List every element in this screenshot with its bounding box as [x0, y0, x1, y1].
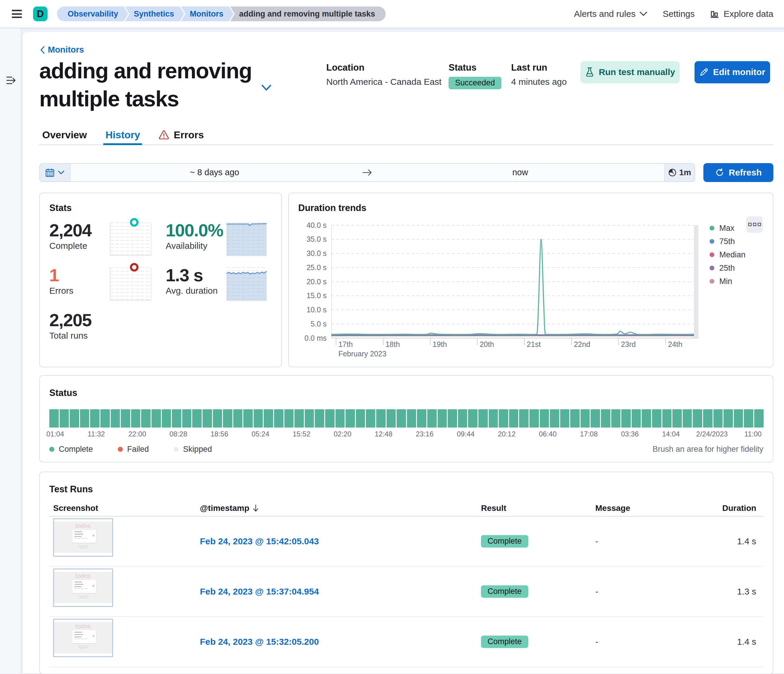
status-bar-complete[interactable]: [744, 409, 753, 427]
refresh-interval-button[interactable]: 1m: [664, 164, 695, 181]
back-to-monitors-link[interactable]: Monitors: [40, 45, 84, 55]
duration-trends-chart[interactable]: 0.0 ms5.0 s10.0 s15.0 s20.0 s25.0 s30.0 …: [298, 221, 763, 361]
status-bar-complete[interactable]: [376, 409, 386, 427]
status-bar-complete[interactable]: [458, 409, 467, 427]
status-bar-complete[interactable]: [285, 409, 294, 427]
status-bar-complete[interactable]: [713, 409, 723, 427]
status-bar-complete[interactable]: [601, 409, 610, 427]
status-bar-complete[interactable]: [151, 409, 161, 427]
status-bar-complete[interactable]: [233, 409, 243, 427]
status-bar-complete[interactable]: [182, 409, 191, 427]
status-bar-complete[interactable]: [621, 409, 631, 427]
status-bar-complete[interactable]: [478, 409, 488, 427]
status-bar-complete[interactable]: [264, 409, 273, 427]
status-bar-complete[interactable]: [560, 409, 569, 427]
status-bar-complete[interactable]: [254, 409, 263, 427]
status-bar-complete[interactable]: [397, 409, 406, 427]
status-bar-complete[interactable]: [550, 409, 559, 427]
status-bar-complete[interactable]: [192, 409, 202, 427]
status-bar-complete[interactable]: [172, 409, 181, 427]
status-bar-complete[interactable]: [121, 409, 130, 427]
run-test-manually-button[interactable]: Run test manually: [580, 61, 680, 83]
status-bar-complete[interactable]: [540, 409, 549, 427]
date-quick-select-button[interactable]: [40, 164, 71, 181]
status-bar-complete[interactable]: [427, 409, 437, 427]
status-bar-complete[interactable]: [754, 409, 764, 427]
status-bar-complete[interactable]: [529, 409, 539, 427]
status-bar-complete[interactable]: [131, 409, 140, 427]
edit-monitor-button[interactable]: Edit monitor: [695, 61, 770, 83]
settings-link[interactable]: Settings: [663, 9, 695, 19]
status-bar-complete[interactable]: [274, 409, 283, 427]
alerts-and-rules-menu[interactable]: Alerts and rules: [574, 9, 647, 19]
status-bar-complete[interactable]: [336, 409, 345, 427]
status-bar-complete[interactable]: [448, 409, 457, 427]
status-bar-complete[interactable]: [141, 409, 151, 427]
breadcrumb-synthetics[interactable]: Synthetics: [125, 6, 184, 21]
explore-data-link[interactable]: Explore data: [710, 9, 773, 19]
status-bar-complete[interactable]: [243, 409, 253, 427]
status-bar-complete[interactable]: [683, 409, 692, 427]
status-bar-complete[interactable]: [305, 409, 314, 427]
column-timestamp[interactable]: @timestamp: [196, 504, 477, 513]
screenshot-thumbnail[interactable]: todos ×: [53, 568, 113, 607]
status-bar-complete[interactable]: [642, 409, 651, 427]
refresh-button[interactable]: Refresh: [703, 163, 773, 182]
status-bar-complete[interactable]: [417, 409, 426, 427]
legend-item-median[interactable]: Median: [709, 250, 746, 259]
start-date-button[interactable]: ~ 8 days ago: [71, 164, 358, 181]
status-bar-complete[interactable]: [509, 409, 518, 427]
legend-item-25th[interactable]: 25th: [709, 264, 746, 273]
status-bar-complete[interactable]: [90, 409, 100, 427]
status-bar-complete[interactable]: [100, 409, 110, 427]
status-bar-complete[interactable]: [315, 409, 324, 427]
legend-item-75th[interactable]: 75th: [709, 237, 746, 246]
status-bar-complete[interactable]: [294, 409, 304, 427]
deployment-logo[interactable]: D: [33, 6, 48, 21]
test-run-timestamp-link[interactable]: Feb 24, 2023 @ 15:32:05.200: [200, 637, 319, 646]
menu-icon[interactable]: [12, 10, 22, 18]
test-run-timestamp-link[interactable]: Feb 24, 2023 @ 15:42:05.043: [200, 536, 319, 546]
tab-errors[interactable]: Errors: [157, 129, 206, 145]
status-bar-complete[interactable]: [499, 409, 508, 427]
end-date-button[interactable]: now: [376, 164, 664, 181]
tab-overview[interactable]: Overview: [40, 129, 89, 145]
screenshot-thumbnail[interactable]: todos ×: [53, 518, 113, 557]
status-bar-complete[interactable]: [111, 409, 120, 427]
breadcrumb-observability[interactable]: Observability: [57, 6, 128, 21]
status-bar-complete[interactable]: [325, 409, 334, 427]
panel-options-icon[interactable]: [746, 216, 763, 233]
status-bar-complete[interactable]: [80, 409, 89, 427]
status-bar-complete[interactable]: [202, 409, 212, 427]
status-bar-complete[interactable]: [632, 409, 641, 427]
breadcrumb-monitors[interactable]: Monitors: [181, 6, 233, 21]
status-bar-complete[interactable]: [162, 409, 171, 427]
status-bar-complete[interactable]: [489, 409, 498, 427]
status-bar-complete[interactable]: [662, 409, 672, 427]
status-bar-complete[interactable]: [387, 409, 396, 427]
status-bar-complete[interactable]: [672, 409, 682, 427]
status-bar-complete[interactable]: [570, 409, 580, 427]
status-bar-complete[interactable]: [734, 409, 743, 427]
status-bar-complete[interactable]: [213, 409, 222, 427]
collapse-header-chevron-icon[interactable]: [261, 84, 272, 91]
status-bar-complete[interactable]: [438, 409, 447, 427]
status-bar-complete[interactable]: [580, 409, 590, 427]
status-bar-complete[interactable]: [366, 409, 375, 427]
status-bar-complete[interactable]: [703, 409, 712, 427]
test-run-timestamp-link[interactable]: Feb 24, 2023 @ 15:37:04.954: [200, 587, 319, 596]
open-sidebar-icon[interactable]: [6, 76, 17, 85]
status-bar-complete[interactable]: [611, 409, 621, 427]
status-timeline[interactable]: [49, 409, 763, 427]
status-bar-complete[interactable]: [652, 409, 661, 427]
status-bar-complete[interactable]: [49, 409, 59, 427]
status-bar-complete[interactable]: [223, 409, 232, 427]
status-bar-complete[interactable]: [345, 409, 355, 427]
status-bar-complete[interactable]: [591, 409, 600, 427]
status-bar-complete[interactable]: [60, 409, 69, 427]
screenshot-thumbnail[interactable]: todos ×: [53, 619, 113, 657]
legend-item-min[interactable]: Min: [709, 277, 746, 286]
status-bar-complete[interactable]: [70, 409, 79, 427]
status-bar-complete[interactable]: [468, 409, 478, 427]
status-bar-complete[interactable]: [693, 409, 702, 427]
